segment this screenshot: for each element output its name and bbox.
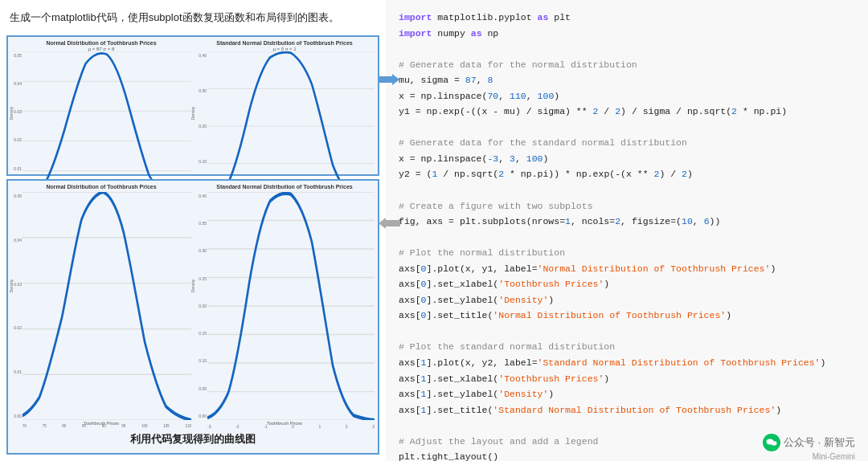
svg-point-29 — [772, 441, 777, 446]
svg-marker-12 — [379, 218, 400, 229]
right-panel: import matplotlib.pyplot as plt import n… — [386, 0, 868, 461]
svg-marker-0 — [378, 74, 399, 85]
code-block: import matplotlib.pyplot as plt import n… — [399, 10, 855, 461]
prompt-text: 生成一个matplotlib代码，使用subplot函数复现函数和布局得到的图表… — [6, 6, 379, 29]
top-right-title: Standard Normal Distribution of Toothbru… — [216, 40, 352, 47]
bottom-left-plot: Normal Distribution of Toothbrush Prices… — [11, 184, 191, 426]
bottom-right-ylabel: Density — [190, 279, 195, 292]
top-left-title: Normal Distribution of Toothbrush Prices — [46, 40, 156, 47]
top-right-ylabel: Density — [190, 107, 195, 120]
top-left-ylabel: Density — [9, 107, 14, 120]
bottom-right-title: Standard Normal Distribution of Toothbru… — [216, 184, 352, 190]
wechat-icon — [763, 434, 780, 451]
bottom-left-title: Normal Distribution of Toothbrush Prices — [46, 184, 156, 190]
watermark-subtext: Mini-Gemini — [813, 452, 855, 461]
arrow-left-icon — [378, 217, 400, 233]
caption: 利用代码复现得到的曲线图 — [11, 429, 375, 450]
watermark: 公众号 · 新智元 Mini-Gemini — [763, 434, 855, 451]
arrow-right-icon — [378, 73, 400, 89]
bottom-right-plot: Standard Normal Distribution of Toothbru… — [194, 184, 375, 426]
left-panel: 生成一个matplotlib代码，使用subplot函数复现函数和布局得到的图表… — [0, 0, 386, 461]
bottom-left-ylabel: Density — [9, 279, 14, 292]
watermark-text: 公众号 · 新智元 — [784, 435, 855, 450]
